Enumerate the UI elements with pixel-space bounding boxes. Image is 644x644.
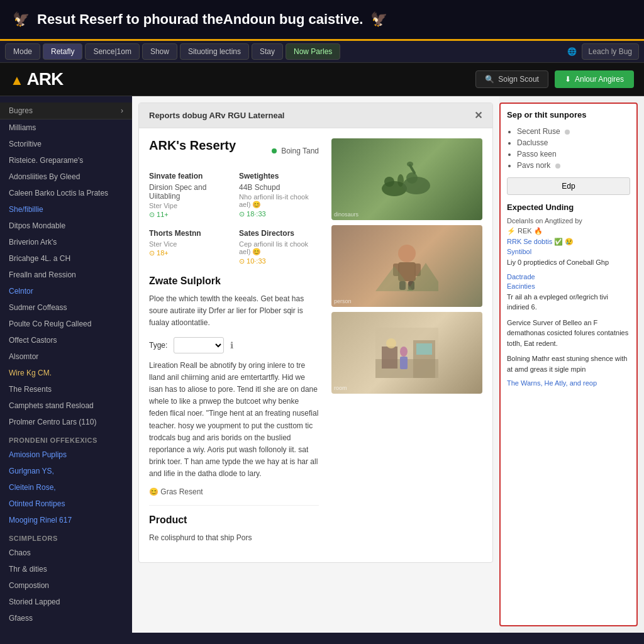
leach-bug-btn[interactable]: Leach ly Bug: [582, 43, 639, 60]
right-sidebar-title: Sep or thit sunpores: [507, 110, 630, 119]
rs-list-item-3: Pavs nork: [517, 160, 630, 171]
svg-rect-19: [416, 343, 432, 355]
rs-list-item-1: Daclusse: [517, 137, 630, 148]
sidebar-item-risteice[interactable]: Risteice. Greparame's: [0, 152, 132, 169]
description-1: Ploe the which tewlth the keeals. Get be…: [149, 293, 319, 330]
info-meta-1a: Nho arfionil lis-it chook ael) 😊: [239, 193, 319, 209]
status-label: Boing Tand: [281, 147, 319, 155]
nav-retafly[interactable]: Retafly: [43, 43, 82, 60]
sidebar-item-thr[interactable]: Thr & dities: [0, 561, 132, 577]
image-dino-label: dinosaurs: [334, 211, 358, 218]
sidebar-item-the-resents[interactable]: The Resents: [0, 381, 132, 397]
sidebar-item-alsomtor[interactable]: Alsomtor: [0, 348, 132, 365]
nav-right: 🌐 Leach ly Bug: [567, 43, 639, 60]
rs-text-3: Gervice Surver of Belleo an F demathonas…: [507, 318, 630, 349]
rs-link-4[interactable]: Eacinties: [507, 282, 630, 290]
svg-point-6: [407, 162, 413, 167]
info-meta-2b: ⊙ 18+: [149, 249, 229, 257]
sidebar-item-frealln[interactable]: Frealln and Ression: [0, 267, 132, 283]
rs-edp-button[interactable]: Edp: [507, 177, 630, 195]
sidebar-item-otinted[interactable]: Otinted Rontipes: [0, 496, 132, 512]
type-row: Tyge: ℹ: [149, 337, 319, 353]
search-icon: 🔍: [485, 75, 494, 84]
article-title: ARK's Reserty: [149, 138, 236, 153]
rs-list-item-2: Passo keen: [517, 148, 630, 160]
section-heading: Zwate Sulplork: [149, 275, 319, 287]
info-meta-0b: ⊙ 11+: [149, 211, 229, 219]
sidebar-item-sudmer[interactable]: Sudmer Coffeass: [0, 299, 132, 316]
info-meta-3b: ⊙ 10·:33: [239, 257, 319, 265]
sidebar-section3-title: Scimpleors: [0, 528, 132, 545]
rs-list-item-0: Secent Ruse: [517, 126, 630, 137]
brand-bar-right: 🔍 Soign Scout ⬇ Anlour Angires: [475, 70, 634, 88]
nav-situoting[interactable]: Situoting lectins: [180, 43, 249, 60]
rs-link-3[interactable]: Dactrade: [507, 273, 630, 280]
rs-text-1: Liy 0 proptiedics of Coneball Ghp: [507, 257, 630, 268]
info-label-0: Sinvate feation: [149, 172, 229, 180]
download-icon: ⬇: [565, 75, 571, 84]
sidebar-item-storied-lapped[interactable]: Storied Lapped: [0, 594, 132, 610]
search-button[interactable]: 🔍 Soign Scout: [475, 70, 548, 88]
rs-link-5[interactable]: The Warns, He Atly, and reop: [507, 379, 630, 387]
banner-text: Resut Reserf to phourad theAndoun bug ca…: [37, 11, 363, 28]
status-indicator-area: Boing Tand: [272, 147, 319, 155]
nav-stay[interactable]: Stay: [252, 43, 283, 60]
type-select[interactable]: [174, 337, 224, 353]
sidebar-item-milliams[interactable]: Milliams: [0, 119, 132, 136]
image-person: person: [331, 225, 482, 307]
sidebar-item-ditpos[interactable]: Ditpos Mondable: [0, 218, 132, 234]
sidebar-item-caleen[interactable]: Caleen Barko Loctis la Prates: [0, 185, 132, 201]
sidebar-item-poulte[interactable]: Poulte Co Reulg Calleed: [0, 316, 132, 332]
brand-bar: ▲ ARK 🔍 Soign Scout ⬇ Anlour Angires: [0, 63, 644, 96]
info-label-3: Sates Directors: [239, 229, 319, 238]
image-room-label: room: [334, 385, 347, 391]
nav-now-parles[interactable]: Now Parles: [286, 43, 340, 60]
sidebar-item-gurlgnan[interactable]: Gurlgnan YS,: [0, 463, 132, 479]
rs-link-2[interactable]: Syntibol: [507, 248, 630, 255]
rs-text-4: Bolning Mathr east stuning shence with a…: [507, 353, 630, 374]
nav-bar: Mode Retafly Sence|1om Show Situoting le…: [0, 41, 644, 63]
nav-show[interactable]: Show: [142, 43, 177, 60]
emoji-label: 😊 Gras Resent: [149, 487, 319, 496]
sidebar-item-amiosion[interactable]: Amiosion Puplips: [0, 447, 132, 463]
sidebar-item-gfaess[interactable]: Gfaess: [0, 610, 132, 626]
logo-a: ▲: [10, 72, 23, 88]
image-person-label: person: [334, 298, 352, 304]
info-meta-0a: Ster Vipe: [149, 202, 229, 209]
info-block-3: Sates Directors Cep arfionil lis it choo…: [239, 229, 319, 265]
sidebar-item-wire[interactable]: Wire Kg CM.: [0, 365, 132, 381]
sidebar-item-celntor[interactable]: Celntor: [0, 283, 132, 299]
product-text: Re colisphurd to that ship Pors: [149, 532, 319, 544]
sidebar-item-shefibillie[interactable]: She/fibillie: [0, 201, 132, 218]
sidebar-section2-title: Prondeni Offekexics: [0, 430, 132, 447]
info-block-2: Thorts Mestnn Ster Vice ⊙ 18+: [149, 229, 229, 265]
sidebar-item-sctoriltive[interactable]: Sctoriltive: [0, 136, 132, 152]
modal-images: dinosaurs: [331, 138, 482, 394]
image-dino: dinosaurs: [331, 138, 482, 220]
main-content: Reports dobug ARv RGU Laterneal ✕ ARK's …: [132, 96, 499, 633]
rs-link-1[interactable]: RRK Se dobtis ✅ 😢: [507, 238, 630, 246]
sidebar-item-offect[interactable]: Offect Castors: [0, 332, 132, 348]
nav-sence[interactable]: Sence|1om: [85, 43, 140, 60]
sidebar-item-chaos[interactable]: Chaos: [0, 545, 132, 561]
sidebar-item-mooging[interactable]: Mooging Rinel 617: [0, 512, 132, 528]
globe-icon: 🌐: [567, 47, 577, 56]
svg-point-1: [384, 177, 394, 187]
sidebar-item-adonsliities[interactable]: Adonsliities By Gleed: [0, 169, 132, 185]
sidebar-item-briverion[interactable]: Briverion Ark's: [0, 234, 132, 250]
cta-button[interactable]: ⬇ Anlour Angires: [555, 70, 634, 88]
image-room: room: [331, 312, 482, 394]
sidebar-item-cleitein[interactable]: Cleitein Rose,: [0, 479, 132, 496]
sidebar-item-bricahge[interactable]: Bricahge 4L. a CH: [0, 250, 132, 267]
rs-text-2: Tr ail ah a evpleged or/legrich tivi ind…: [507, 292, 630, 313]
modal-close-button[interactable]: ✕: [474, 109, 482, 121]
info-label-2: Thorts Mestnn: [149, 229, 229, 238]
chevron-right-icon: ›: [121, 106, 123, 115]
modal-right: dinosaurs: [331, 138, 482, 552]
nav-mode[interactable]: Mode: [5, 43, 40, 60]
sidebar-item-camphets[interactable]: Camphets stand Resload: [0, 397, 132, 414]
sidebar-item-compostion[interactable]: Compostion: [0, 577, 132, 594]
wing-left-icon: 🦅: [13, 11, 30, 28]
info-icon: ℹ: [230, 340, 233, 350]
sidebar-item-prolmer[interactable]: Prolmer Centro Lars (110): [0, 414, 132, 430]
